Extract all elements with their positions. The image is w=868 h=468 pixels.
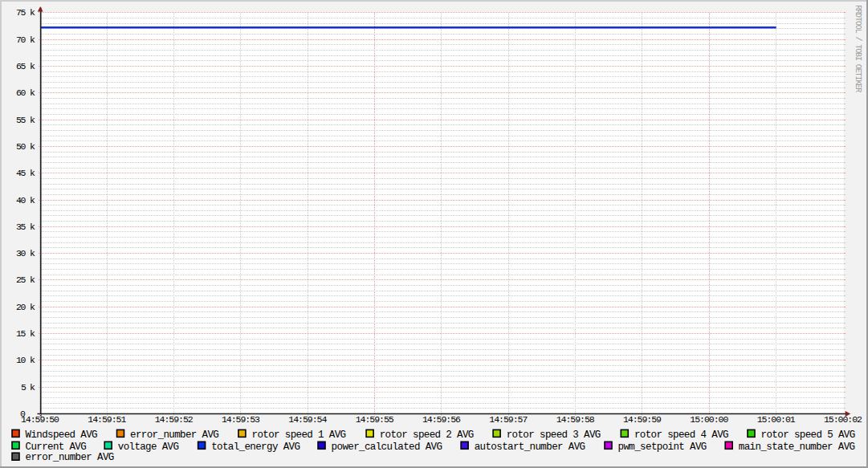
svg-text:14:59:53: 14:59:53	[222, 414, 260, 425]
svg-text:pwm_setpoint AVG: pwm_setpoint AVG	[618, 442, 707, 453]
svg-text:15 k: 15 k	[16, 328, 35, 339]
svg-text:rotor speed 1 AVG: rotor speed 1 AVG	[252, 429, 347, 441]
svg-text:power_calculated AVG: power_calculated AVG	[332, 442, 442, 453]
svg-text:voltage AVG: voltage AVG	[118, 442, 179, 453]
svg-text:rotor speed 3 AVG: rotor speed 3 AVG	[507, 429, 601, 441]
svg-text:15:00:00: 15:00:00	[690, 414, 728, 425]
svg-text:error_number AVG: error_number AVG	[26, 452, 115, 463]
svg-text:error_number AVG: error_number AVG	[130, 429, 219, 441]
svg-text:main_state_number AVG: main_state_number AVG	[739, 442, 855, 453]
svg-text:60 k: 60 k	[16, 87, 35, 98]
svg-text:14:59:59: 14:59:59	[623, 414, 662, 425]
svg-text:70 k: 70 k	[16, 35, 35, 45]
svg-text:rotor speed 5 AVG: rotor speed 5 AVG	[761, 429, 856, 441]
svg-text:45 k: 45 k	[16, 168, 35, 178]
svg-text:14:59:58: 14:59:58	[556, 414, 595, 425]
svg-text:40 k: 40 k	[16, 195, 35, 206]
svg-text:65 k: 65 k	[16, 61, 35, 71]
svg-text:14:59:57: 14:59:57	[489, 414, 528, 425]
svg-text:Windspeed AVG: Windspeed AVG	[26, 429, 98, 441]
svg-text:14:59:51: 14:59:51	[88, 414, 126, 425]
svg-text:rotor speed 2 AVG: rotor speed 2 AVG	[380, 429, 475, 441]
svg-text:20 k: 20 k	[16, 302, 35, 312]
svg-text:RRDTOOL / TOBI OETIKER: RRDTOOL / TOBI OETIKER	[854, 5, 862, 92]
svg-text:35 k: 35 k	[16, 222, 35, 232]
svg-text:rotor speed 4 AVG: rotor speed 4 AVG	[634, 429, 729, 441]
svg-text:10 k: 10 k	[16, 355, 35, 365]
svg-text:autostart_number AVG: autostart_number AVG	[475, 442, 585, 453]
svg-text:25 k: 25 k	[16, 275, 35, 285]
svg-text:55 k: 55 k	[16, 115, 35, 125]
svg-text:5 k: 5 k	[21, 382, 35, 393]
svg-text:14:59:50: 14:59:50	[21, 414, 59, 425]
svg-text:30 k: 30 k	[16, 248, 35, 258]
svg-text:14:59:55: 14:59:55	[356, 414, 394, 425]
svg-text:14:59:52: 14:59:52	[155, 414, 194, 425]
svg-text:14:59:56: 14:59:56	[422, 414, 461, 425]
svg-text:15:00:01: 15:00:01	[757, 414, 796, 425]
svg-text:total_energy AVG: total_energy AVG	[211, 442, 300, 453]
svg-text:15:00:02: 15:00:02	[824, 414, 862, 425]
svg-text:50 k: 50 k	[16, 141, 35, 152]
svg-text:75 k: 75 k	[16, 7, 35, 18]
svg-text:14:59:54: 14:59:54	[288, 414, 327, 425]
svg-text:Current AVG: Current AVG	[26, 442, 87, 453]
